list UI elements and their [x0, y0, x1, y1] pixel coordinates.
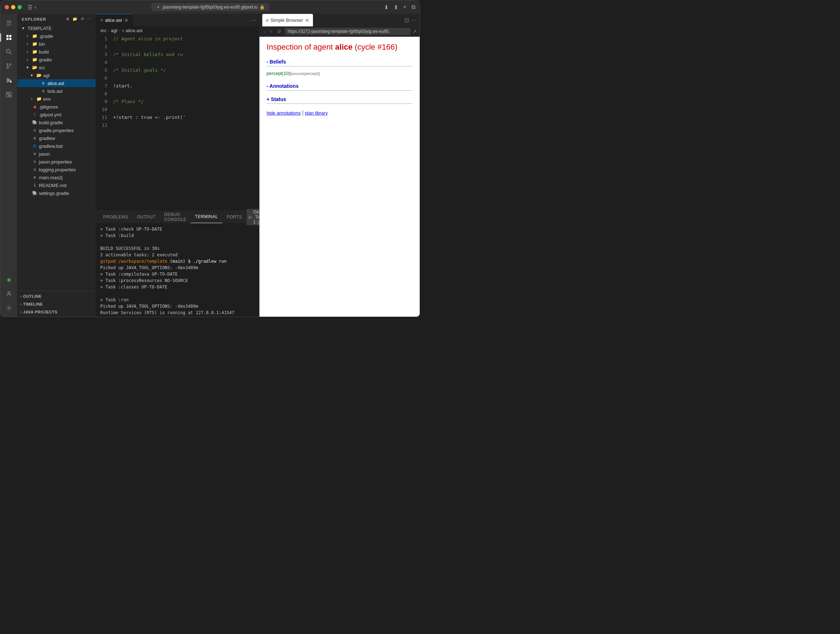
activity-extensions[interactable] — [3, 88, 15, 101]
tab-icon: ≡ — [100, 17, 103, 23]
tree-item-label: main.mas2j — [39, 175, 62, 180]
activity-menu[interactable]: ☰ — [3, 17, 15, 30]
browser-tab-close-button[interactable]: ✕ — [305, 17, 309, 23]
back-icon[interactable]: ‹ — [35, 4, 36, 11]
sidebar-item-gradlew[interactable]: ≡ gradlew — [17, 134, 96, 142]
sidebar-item-jason[interactable]: ≡ jason — [17, 150, 96, 158]
sidebar-item-gradle[interactable]: › 📁 .gradle — [17, 32, 96, 40]
tab-ports[interactable]: PORTS — [222, 210, 246, 223]
tab-alice-asl[interactable]: ≡ alice.asl ✕ — [96, 14, 133, 27]
close-button[interactable] — [5, 5, 9, 9]
sidebar-item-gradlew-bat[interactable]: ⊞ gradlew.bat — [17, 142, 96, 150]
sidebar-item-build-gradle[interactable]: 🐘 build.gradle — [17, 119, 96, 126]
sidebar-item-src[interactable]: ▾ 📂 src — [17, 63, 96, 71]
code-line-11: +!start : true <- .print(' — [113, 114, 259, 122]
tabs-icon[interactable]: ⧉ — [411, 4, 415, 10]
status-header[interactable]: + Status — [267, 95, 412, 104]
sidebar-item-env[interactable]: › 📁 env — [17, 95, 96, 103]
sidebar-item-main-mas2j[interactable]: ≡ main.mas2j — [17, 174, 96, 181]
activity-search[interactable] — [3, 45, 15, 58]
breadcrumb-src[interactable]: src — [100, 28, 106, 33]
code-editor[interactable]: 1 2 3 4 5 6 7 8 9 10 11 12 — [96, 35, 259, 210]
address-bar[interactable]: 🔸 jasonlang-template-fg95tp03yqj.ws-eu95… — [151, 3, 269, 11]
browser-back-button[interactable]: ‹ — [262, 28, 267, 35]
chevron-right-icon: › — [25, 49, 30, 54]
activity-source-control[interactable] — [3, 60, 15, 73]
browser-refresh-button[interactable]: ↺ — [275, 28, 283, 35]
browser-address-input[interactable] — [285, 28, 411, 35]
tab-output[interactable]: OUTPUT — [133, 210, 160, 223]
sidebar-item-gradle2[interactable]: › 📁 gradle — [17, 56, 96, 63]
breadcrumb: src › agt › ≡ alice.asl — [96, 27, 259, 35]
activity-remote[interactable]: ◉ — [3, 273, 15, 286]
download-icon[interactable]: ⬇ — [384, 4, 388, 11]
breadcrumb-sep2: › — [119, 28, 120, 33]
browser-more-icon[interactable]: ⋯ — [411, 17, 417, 24]
sidebar-item-alice[interactable]: ≡ alice.asl — [17, 79, 96, 87]
activity-run[interactable] — [3, 74, 15, 87]
sidebar-item-gitignore[interactable]: ◆ .gitignore — [17, 103, 96, 111]
tab-close-button[interactable]: ✕ — [124, 17, 128, 23]
terminal-content[interactable]: > Task :check UP-TO-DATE > Task :build B… — [96, 223, 259, 317]
annotations-header[interactable]: - Annotations — [267, 82, 412, 91]
links-separator: | — [302, 110, 303, 116]
sidebar-item-bin[interactable]: › 📁 bin — [17, 40, 96, 48]
sidebar-item-build[interactable]: › 📁 build — [17, 48, 96, 56]
sidebar-item-settings-gradle[interactable]: 🐘 settings.gradle — [17, 189, 96, 197]
folder-icon: 📁 — [32, 33, 38, 38]
browser-status-section: + Status — [267, 95, 412, 104]
sidebar-item-gradle-props[interactable]: ≡ gradle.properties — [17, 126, 96, 134]
tab-debug-console[interactable]: DEBUG CONSOLE — [160, 210, 191, 223]
activity-account[interactable] — [3, 288, 15, 300]
share-icon[interactable]: ⬆ — [393, 4, 398, 11]
code-content: 1 2 3 4 5 6 7 8 9 10 11 12 — [96, 35, 259, 210]
hide-annotations-link[interactable]: hide annotations — [267, 110, 300, 115]
sidebar-item-jason-props[interactable]: ≡ jason.properties — [17, 158, 96, 166]
sidebar-item-logging-props[interactable]: ≡ logging.properties — [17, 166, 96, 174]
browser-content: Inspection of agent alice (cycle #166) -… — [259, 37, 420, 317]
beliefs-header[interactable]: - Beliefs — [267, 57, 412, 66]
maximize-button[interactable] — [17, 5, 22, 9]
sidebar-item-readme[interactable]: ℹ README.md — [17, 181, 96, 189]
file-icon: ≡ — [32, 151, 38, 157]
tree-root[interactable]: ▾ TEMPLATE — [17, 24, 96, 32]
refresh-icon[interactable]: ↺ — [81, 17, 84, 21]
java-projects-section[interactable]: › JAVA PROJECTS — [17, 308, 96, 316]
chevron-right-icon: › — [21, 310, 22, 314]
terminal-line — [100, 290, 255, 297]
tab-overflow-button[interactable]: ⋯ — [248, 17, 259, 24]
browser-title-prefix: Inspection of agent — [267, 43, 335, 51]
status-label: + Status — [267, 96, 286, 102]
folder-icon: 📁 — [32, 41, 38, 46]
browser-open-external-icon[interactable]: ↗ — [412, 28, 417, 34]
collapse-all-icon[interactable]: ⋯ — [87, 17, 92, 21]
svg-point-7 — [9, 63, 11, 65]
new-tab-icon[interactable]: + — [403, 4, 406, 10]
code-lines: // Agent alice in project /* Initial bel… — [112, 35, 259, 210]
breadcrumb-agt[interactable]: agt — [111, 28, 117, 33]
breadcrumb-sep1: › — [108, 28, 109, 33]
split-editor-icon[interactable]: ⊡ — [404, 17, 409, 24]
tab-problems[interactable]: PROBLEMS — [99, 210, 133, 223]
code-line-7: !start. — [113, 82, 259, 90]
new-folder-icon[interactable]: 📁 — [73, 17, 78, 21]
annotations-label: - Annotations — [267, 83, 299, 89]
activity-explorer[interactable] — [3, 31, 15, 44]
sidebar-item-bob[interactable]: ≡ bob.asl — [17, 87, 96, 95]
sidebar-item-gitpod[interactable]: ! .gitpod.yml — [17, 111, 96, 119]
tab-terminal[interactable]: TERMINAL — [191, 210, 222, 223]
sidebar-toggle-icon[interactable]: ☰ — [27, 4, 33, 11]
browser-forward-button[interactable]: › — [269, 28, 274, 35]
timeline-section[interactable]: › TIMELINE — [17, 300, 96, 308]
minimize-button[interactable] — [11, 5, 15, 9]
browser-tab-simple[interactable]: ≡ Simple Browser ✕ — [262, 14, 313, 27]
file-icon: ≡ — [40, 81, 46, 86]
tree-item-label: build.gradle — [39, 120, 63, 125]
sidebar-item-agt[interactable]: ▾ 📂 agt — [17, 71, 96, 79]
outline-section[interactable]: › OUTLINE — [17, 292, 96, 300]
tree-item-label: logging.properties — [39, 167, 76, 172]
activity-settings[interactable] — [3, 302, 15, 315]
plan-library-link[interactable]: plan library — [305, 110, 328, 115]
new-file-icon[interactable]: ⊕ — [66, 17, 69, 21]
breadcrumb-file[interactable]: alice.asl — [126, 28, 142, 33]
